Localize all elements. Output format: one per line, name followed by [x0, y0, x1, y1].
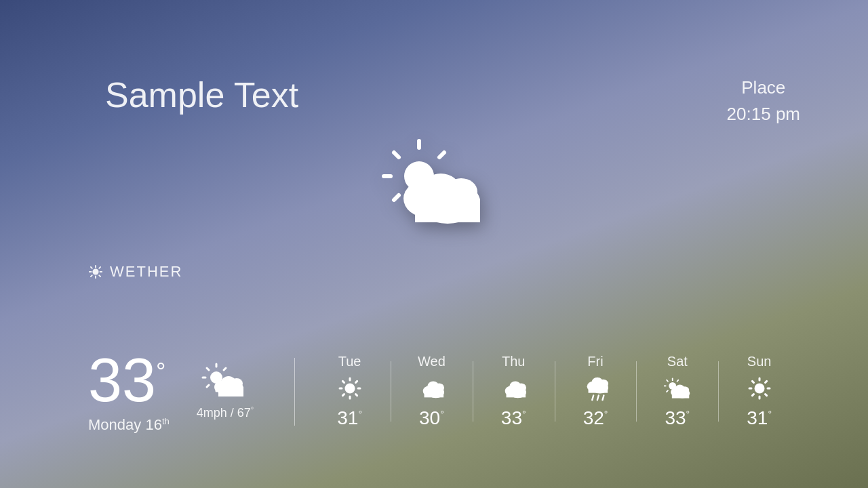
weather-section-label: WETHER — [88, 263, 182, 281]
svg-point-52 — [516, 384, 526, 392]
forecast-day-tue: Tue 31° — [309, 354, 391, 429]
svg-rect-48 — [425, 391, 444, 398]
day-label: Thu — [502, 354, 525, 369]
svg-line-70 — [667, 391, 668, 392]
svg-rect-75 — [672, 392, 689, 399]
forecast-day-wed: Wed 30° — [391, 354, 473, 429]
svg-line-40 — [342, 382, 344, 383]
svg-line-20 — [91, 275, 92, 277]
forecast-temp-sun: 31° — [747, 407, 772, 429]
main-weather-icon — [366, 125, 502, 247]
forecast-temp-thu: 33° — [501, 407, 526, 429]
forecast-icon-thu — [500, 378, 527, 399]
current-date: Monday 16th — [88, 416, 170, 434]
svg-point-12 — [92, 268, 98, 274]
svg-line-43 — [342, 394, 344, 396]
svg-line-26 — [207, 368, 209, 370]
location-time: Place 20:15 pm — [727, 75, 800, 127]
forecast-day-thu: Thu 33° — [473, 354, 555, 429]
time-label: 20:15 pm — [727, 101, 800, 127]
forecast-temp-wed: 30° — [419, 407, 444, 429]
svg-rect-34 — [218, 387, 243, 396]
bottom-weather-panel: 33° Monday 16th — [88, 350, 800, 434]
svg-point-47 — [434, 384, 444, 392]
svg-line-42 — [355, 382, 357, 383]
current-weather-block: 33° Monday 16th — [88, 350, 281, 434]
svg-line-4 — [394, 152, 399, 157]
forecast-temp-fri: 32° — [583, 407, 608, 429]
svg-line-41 — [355, 394, 357, 396]
forecast-temp-sat: 33° — [665, 407, 690, 429]
forecast-strip: Tue 31° Wed — [309, 354, 800, 429]
svg-line-61 — [602, 396, 604, 401]
svg-line-84 — [752, 394, 753, 396]
day-label: Sun — [747, 354, 772, 369]
day-label: Wed — [418, 354, 446, 369]
sun-small-icon — [88, 264, 103, 279]
svg-point-76 — [754, 384, 764, 394]
svg-rect-53 — [507, 391, 526, 398]
svg-line-28 — [224, 368, 226, 370]
svg-line-6 — [394, 195, 399, 200]
panel-divider — [294, 358, 295, 426]
forecast-icon-wed — [418, 378, 445, 399]
wind-speed-label: 4mph / 67° — [197, 405, 254, 420]
svg-line-29 — [207, 385, 209, 387]
current-condition-icon — [201, 363, 249, 400]
forecast-day-sun: Sun 31° — [718, 354, 800, 429]
forecast-icon-tue — [336, 378, 363, 399]
forecast-day-sat: Sat — [636, 354, 718, 429]
current-temp-block: 33° Monday 16th — [88, 350, 170, 434]
svg-line-67 — [667, 380, 668, 382]
svg-line-19 — [99, 267, 100, 268]
svg-rect-58 — [589, 386, 608, 393]
svg-line-81 — [752, 382, 753, 383]
app-title: Sample Text — [105, 75, 298, 115]
day-label: Tue — [338, 354, 361, 369]
forecast-icon-sat — [664, 378, 691, 399]
location-label: Place — [727, 75, 800, 101]
day-label: Fri — [587, 354, 603, 369]
svg-line-59 — [592, 396, 593, 401]
forecast-icon-sun — [746, 378, 773, 399]
svg-line-17 — [91, 267, 92, 268]
svg-line-82 — [765, 394, 766, 396]
forecast-temp-tue: 31° — [337, 407, 362, 429]
svg-line-69 — [677, 380, 678, 382]
temperature-display: 33° — [88, 350, 170, 411]
svg-point-35 — [344, 384, 355, 394]
wind-block: 4mph / 67° — [197, 363, 254, 420]
svg-line-60 — [597, 396, 599, 401]
forecast-icon-fri — [582, 378, 609, 399]
svg-line-83 — [765, 382, 766, 383]
svg-line-5 — [439, 152, 444, 157]
forecast-day-fri: Fri 32° — [555, 354, 637, 429]
svg-line-18 — [99, 275, 100, 277]
svg-rect-11 — [415, 199, 480, 222]
day-label: Sat — [667, 354, 688, 369]
